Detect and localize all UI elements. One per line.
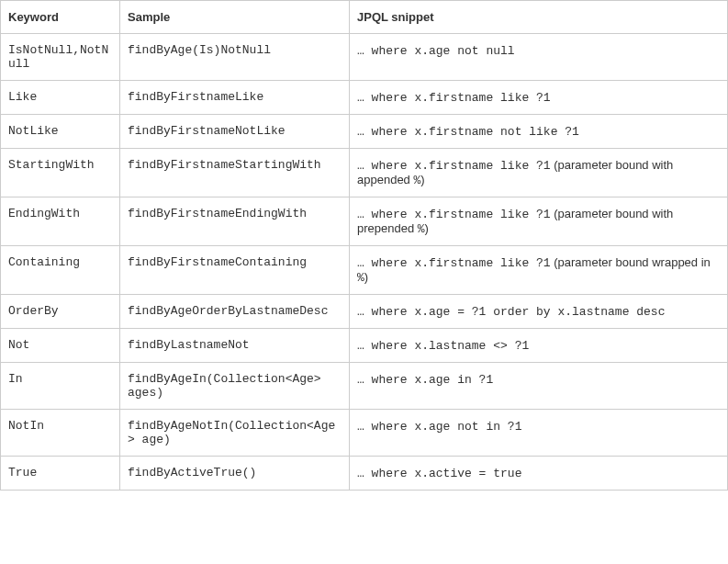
snippet-cell: … where x.age not null [350,34,728,81]
header-sample: Sample [120,1,350,34]
snippet-cell: … where x.age in ?1 [350,363,728,410]
keyword-cell: True [1,457,120,491]
table-row: TruefindByActiveTrue()… where x.active =… [1,457,728,491]
sample-cell: findByLastnameNot [120,329,350,363]
table-row: ContainingfindByFirstnameContaining… whe… [1,246,728,295]
snippet-code: … where x.age not in ?1 [357,420,521,434]
snippet-code: … where x.age not null [357,44,515,58]
percent-symbol: % [418,222,425,236]
table-row: NotLikefindByFirstnameNotLike… where x.f… [1,115,728,149]
table-row: LikefindByFirstnameLike… where x.firstna… [1,81,728,115]
snippet-code: … where x.active = true [357,467,521,480]
snippet-cell: … where x.age not in ?1 [350,410,728,457]
table-row: InfindByAgeIn(Collection<Age> ages)… whe… [1,363,728,410]
keyword-cell: In [1,363,120,410]
percent-symbol: % [357,271,364,285]
keyword-cell: NotIn [1,410,120,457]
snippet-code: … where x.firstname not like ?1 [357,125,579,139]
snippet-code: … where x.firstname like ?1 [357,159,551,173]
snippet-code: … where x.firstname like ?1 [357,208,551,221]
jpql-keywords-table: Keyword Sample JPQL snippet IsNotNull,No… [0,0,728,491]
keyword-cell: OrderBy [1,295,120,329]
keyword-cell: Not [1,329,120,363]
table-row: OrderByfindByAgeOrderByLastnameDesc… whe… [1,295,728,329]
sample-cell: findByAgeNotIn(Collection<Age> age) [120,410,350,457]
keyword-cell: IsNotNull,NotNull [1,34,120,81]
snippet-cell: … where x.age = ?1 order by x.lastname d… [350,295,728,329]
table-row: IsNotNull,NotNullfindByAge(Is)NotNull… w… [1,34,728,81]
snippet-code: … where x.age = ?1 order by x.lastname d… [357,305,665,319]
keyword-cell: EndingWith [1,197,120,246]
header-keyword: Keyword [1,1,120,34]
keyword-cell: StartingWith [1,149,120,197]
table-row: StartingWithfindByFirstnameStartingWith…… [1,149,728,197]
snippet-code: … where x.firstname like ?1 [357,256,551,270]
snippet-cell: … where x.firstname like ?1 (parameter b… [350,149,728,197]
snippet-cell: … where x.firstname like ?1 (parameter b… [350,197,728,246]
header-snippet: JPQL snippet [350,1,728,34]
keyword-cell: Like [1,81,120,115]
sample-cell: findByAgeOrderByLastnameDesc [120,295,350,329]
snippet-code: … where x.firstname like ?1 [357,91,551,105]
table-header-row: Keyword Sample JPQL snippet [1,1,728,34]
sample-cell: findByFirstnameNotLike [120,115,350,149]
keyword-cell: NotLike [1,115,120,149]
snippet-code: … where x.lastname <> ?1 [357,339,529,353]
table-row: EndingWithfindByFirstnameEndingWith… whe… [1,197,728,246]
keyword-cell: Containing [1,246,120,295]
sample-cell: findByActiveTrue() [120,457,350,491]
snippet-code: … where x.age in ?1 [357,373,493,387]
percent-symbol: % [413,174,420,187]
sample-cell: findByAgeIn(Collection<Age> ages) [120,363,350,410]
sample-cell: findByFirstnameLike [120,81,350,115]
snippet-cell: … where x.lastname <> ?1 [350,329,728,363]
sample-cell: findByFirstnameEndingWith [120,197,350,246]
snippet-cell: … where x.firstname like ?1 (parameter b… [350,246,728,295]
table-row: NotInfindByAgeNotIn(Collection<Age> age)… [1,410,728,457]
snippet-cell: … where x.firstname like ?1 [350,81,728,115]
table-body: IsNotNull,NotNullfindByAge(Is)NotNull… w… [1,34,728,491]
sample-cell: findByFirstnameContaining [120,246,350,295]
snippet-cell: … where x.active = true [350,457,728,491]
sample-cell: findByAge(Is)NotNull [120,34,350,81]
sample-cell: findByFirstnameStartingWith [120,149,350,197]
table-row: NotfindByLastnameNot… where x.lastname <… [1,329,728,363]
snippet-cell: … where x.firstname not like ?1 [350,115,728,149]
